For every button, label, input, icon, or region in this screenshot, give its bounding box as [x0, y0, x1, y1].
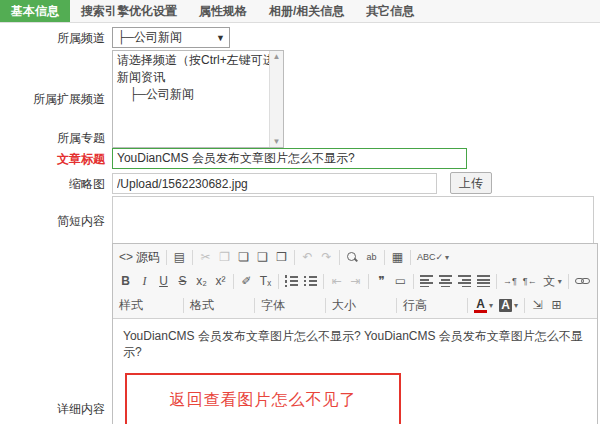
toolbar-separator — [278, 274, 279, 289]
list-ul-button[interactable] — [301, 273, 320, 289]
blockquote-button[interactable]: ❞ — [372, 272, 391, 290]
paste-button[interactable]: ❏ — [234, 248, 253, 266]
undo-icon: ↶ — [301, 250, 314, 264]
undo-button[interactable]: ↶ — [298, 248, 317, 266]
annotation-text: 返回查看图片怎么不见了 — [170, 390, 357, 411]
unlink-button[interactable] — [593, 274, 594, 288]
ext-channel-multiselect[interactable]: 请选择频道（按Ctrl+左键可进行多选）新闻资讯 ├─公司新闻 ▲ ▼ — [112, 50, 284, 148]
ext-channel-option-2[interactable]: ├─公司新闻 — [113, 86, 269, 103]
bold-icon: B — [119, 274, 132, 288]
show-blocks-button[interactable]: ⊞ — [547, 296, 566, 314]
maximize-button[interactable]: ⇲ — [528, 296, 547, 314]
rich-text-editor: <>源码▤✂❐❏❑❒↶↷ab▦ABC✓▾BIUSx₂x²✐Tₓ⇤⇥❞▭→¶¶←文… — [112, 243, 598, 424]
ext-channel-option-0[interactable]: 请选择频道（按Ctrl+左键可进行多选） — [113, 52, 269, 69]
indent-button[interactable]: ⇥ — [346, 272, 365, 290]
strike-button[interactable]: S — [173, 272, 192, 290]
bidi-rtl-button[interactable]: ¶← — [520, 272, 540, 290]
toolbar-separator — [233, 274, 234, 289]
div-container-button[interactable]: ▭ — [391, 272, 410, 290]
preview-button[interactable]: ▤ — [170, 248, 189, 266]
paste-text-button[interactable]: ❑ — [253, 248, 272, 266]
select-all-icon: ▦ — [391, 250, 404, 264]
chevron-down-icon: ▾ — [445, 253, 449, 262]
outdent-button[interactable]: ⇤ — [327, 272, 346, 290]
align-left-button[interactable] — [417, 273, 436, 289]
tab-2[interactable]: 属性规格 — [188, 0, 258, 22]
format-combo[interactable]: 格式 — [187, 295, 251, 316]
italic-icon: I — [138, 274, 151, 288]
tab-0[interactable]: 基本信息 — [0, 0, 70, 22]
list-ol-button[interactable] — [282, 273, 301, 289]
replace-icon: ab — [365, 250, 378, 264]
toolbar-separator — [410, 250, 411, 265]
redo-button[interactable]: ↷ — [317, 248, 336, 266]
find-button[interactable] — [343, 249, 362, 266]
strike-icon: S — [176, 274, 189, 288]
align-center-icon — [439, 275, 452, 287]
tab-1[interactable]: 搜索引擎优化设置 — [70, 0, 188, 22]
tab-3[interactable]: 相册/相关信息 — [258, 0, 355, 22]
multiselect-scrollbar[interactable]: ▲ ▼ — [269, 51, 283, 147]
source-button[interactable]: <>源码 — [116, 247, 163, 268]
text-color-button[interactable]: A▾ — [471, 296, 496, 315]
subscript-button[interactable]: x₂ — [192, 272, 211, 290]
toolbar-separator — [467, 298, 468, 313]
spellcheck-button[interactable]: ABC✓▾ — [414, 248, 452, 266]
toolbar-separator — [413, 274, 414, 289]
thumbnail-path-input[interactable] — [112, 173, 437, 194]
div-container-icon: ▭ — [394, 274, 407, 288]
scroll-down-icon[interactable]: ▼ — [270, 137, 283, 146]
channel-select-value: ├─公司新闻 — [117, 29, 182, 46]
article-edit-page: 基本信息搜索引擎优化设置属性规格相册/相关信息其它信息 所属频道 ├─公司新闻 … — [0, 0, 600, 424]
source-label: 源码 — [136, 249, 160, 266]
bold-button[interactable]: B — [116, 272, 135, 290]
align-justify-button[interactable] — [474, 273, 493, 289]
toolbar-separator — [339, 250, 340, 265]
channel-select[interactable]: ├─公司新闻 ▼ — [112, 27, 230, 48]
select-all-button[interactable]: ▦ — [388, 248, 407, 266]
cut-icon: ✂ — [199, 250, 212, 264]
toolbar-separator — [384, 250, 385, 265]
scroll-up-icon[interactable]: ▲ — [270, 52, 283, 61]
superscript-button[interactable]: x² — [211, 272, 230, 290]
align-right-icon — [458, 275, 471, 287]
format-combo-label: 格式 — [190, 297, 214, 314]
ext-channel-option-1[interactable]: 新闻资讯 — [113, 69, 269, 86]
font-combo[interactable]: 字体 — [258, 295, 322, 316]
chevron-down-icon: ▾ — [514, 301, 518, 310]
lineheight-combo[interactable]: 行高 — [400, 295, 464, 316]
tab-4[interactable]: 其它信息 — [355, 0, 425, 22]
bg-color-button[interactable]: A▾ — [496, 297, 521, 314]
topic-label: 所属专题 — [0, 130, 105, 147]
editor-content[interactable]: YouDianCMS 会员发布文章图片怎么不显示? YouDianCMS 会员发… — [113, 319, 597, 424]
replace-button[interactable]: ab — [362, 248, 381, 266]
copy-button[interactable]: ❐ — [215, 248, 234, 266]
upload-button[interactable]: 上传 — [450, 172, 492, 194]
toolbar-separator — [323, 274, 324, 289]
toolbar-row: <>源码▤✂❐❏❑❒↶↷ab▦ABC✓▾ — [116, 245, 594, 269]
bidi-ltr-button[interactable]: →¶ — [500, 272, 520, 290]
align-right-button[interactable] — [455, 273, 474, 289]
styles-combo-label: 样式 — [119, 297, 143, 314]
ext-channel-options: 请选择频道（按Ctrl+左键可进行多选）新闻资讯 ├─公司新闻 — [113, 51, 269, 147]
styles-combo[interactable]: 样式 — [116, 295, 180, 316]
remove-format-button[interactable]: Tₓ — [256, 272, 275, 290]
underline-button[interactable]: U — [154, 272, 173, 290]
title-input[interactable] — [112, 148, 467, 169]
superscript-icon: x² — [214, 274, 227, 288]
size-combo[interactable]: 大小 — [329, 295, 393, 316]
chevron-down-icon: ▼ — [216, 33, 225, 43]
format-painter-button[interactable]: ✐ — [237, 272, 256, 290]
indent-icon: ⇥ — [349, 274, 362, 288]
blockquote-icon: ❞ — [375, 274, 388, 288]
paste-word-button[interactable]: ❒ — [272, 248, 291, 266]
language-button[interactable]: 文▾ — [540, 272, 565, 290]
editor-paragraph: YouDianCMS 会员发布文章图片怎么不显示? YouDianCMS 会员发… — [123, 328, 587, 360]
short-content-textarea[interactable] — [112, 196, 594, 244]
underline-icon: U — [157, 274, 170, 288]
align-center-button[interactable] — [436, 273, 455, 289]
link-button[interactable] — [572, 274, 593, 288]
italic-button[interactable]: I — [135, 272, 154, 290]
chevron-down-icon: ▾ — [489, 301, 493, 310]
cut-button[interactable]: ✂ — [196, 248, 215, 266]
